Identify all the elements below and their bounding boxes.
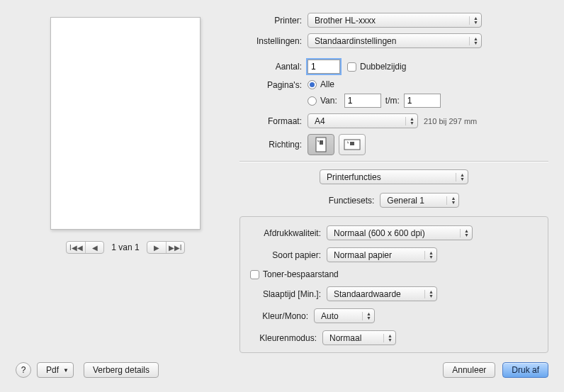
pages-label: Pagina's: xyxy=(239,79,308,90)
toner-save-checkbox[interactable] xyxy=(250,270,259,279)
pages-all-radio[interactable] xyxy=(308,80,317,89)
paper-size-select[interactable]: A4 ▲▼ xyxy=(308,113,418,128)
hide-details-label: Verberg details xyxy=(93,365,150,375)
preview-pane: I◀◀ ◀ 1 van 1 ▶ ▶▶I xyxy=(16,13,235,353)
updown-icon: ▲▼ xyxy=(405,117,414,125)
pages-to-input[interactable] xyxy=(404,94,441,108)
updown-icon: ▲▼ xyxy=(383,334,393,342)
bottom-bar: ? Pdf ▼ Verberg details Annuleer Druk af xyxy=(0,352,564,392)
toner-save-label: Toner-bespaarstand xyxy=(263,269,339,279)
hide-details-button[interactable]: Verberg details xyxy=(84,362,159,378)
updown-icon: ▲▼ xyxy=(469,16,478,25)
copies-label: Aantal: xyxy=(239,62,308,72)
pager-fwd-group: ▶ ▶▶I xyxy=(147,241,185,254)
media-type-select[interactable]: Normaal papier ▲▼ xyxy=(327,247,437,262)
feature-sets-value: General 1 xyxy=(387,196,424,206)
print-label: Druk af xyxy=(512,365,539,375)
color-mono-value: Auto xyxy=(321,311,339,321)
cancel-label: Annuleer xyxy=(452,365,486,375)
color-mode-label: Kleurenmodus: xyxy=(250,333,322,343)
color-mono-select[interactable]: Auto ▲▼ xyxy=(314,308,375,323)
print-dialog: I◀◀ ◀ 1 van 1 ▶ ▶▶I Printer: Brother HL-… xyxy=(0,0,564,392)
pager-label: 1 van 1 xyxy=(111,242,139,252)
print-quality-value: Normaal (600 x 600 dpi) xyxy=(334,228,425,238)
pager-prev-button[interactable]: ◀ xyxy=(85,242,103,253)
updown-icon: ▲▼ xyxy=(424,251,434,259)
presets-value: Standaardinstellingen xyxy=(315,36,396,46)
svg-rect-4 xyxy=(350,142,354,145)
pager-next-button[interactable]: ▶ xyxy=(147,242,166,253)
media-type-value: Normaal papier xyxy=(334,250,392,260)
updown-icon: ▲▼ xyxy=(456,173,465,181)
paper-size-label: Formaat: xyxy=(239,116,308,126)
printer-select[interactable]: Brother HL-xxxx ▲▼ xyxy=(308,13,482,28)
printer-value: Brother HL-xxxx xyxy=(315,16,376,26)
print-button[interactable]: Druk af xyxy=(502,362,548,378)
pager-last-button[interactable]: ▶▶I xyxy=(166,242,184,253)
feature-sets-select[interactable]: General 1 ▲▼ xyxy=(380,193,459,208)
orientation-landscape-button[interactable] xyxy=(339,134,366,155)
pages-all-label: Alle xyxy=(320,79,334,89)
cancel-button[interactable]: Annuleer xyxy=(443,362,495,378)
color-mode-select[interactable]: Normaal ▲▼ xyxy=(322,330,396,345)
chevron-down-icon: ▼ xyxy=(63,367,69,374)
pages-to-label: t/m: xyxy=(385,96,400,106)
help-button[interactable]: ? xyxy=(16,362,31,378)
pages-range-radio[interactable] xyxy=(308,96,317,106)
copies-input[interactable] xyxy=(308,60,340,74)
pdf-label: Pdf xyxy=(46,365,59,375)
pager-back-group: I◀◀ ◀ xyxy=(66,241,104,254)
updown-icon: ▲▼ xyxy=(424,290,434,298)
section-select[interactable]: Printerfuncties ▲▼ xyxy=(320,169,468,184)
duplex-checkbox[interactable] xyxy=(347,62,356,72)
sleep-time-select[interactable]: Standaardwaarde ▲▼ xyxy=(327,286,437,301)
divider xyxy=(239,161,548,162)
paper-size-value: A4 xyxy=(315,116,325,126)
pager-first-button[interactable]: I◀◀ xyxy=(67,242,85,253)
orientation-label: Richting: xyxy=(239,140,308,150)
presets-label: Instellingen: xyxy=(239,36,308,46)
svg-rect-1 xyxy=(320,140,323,145)
updown-icon: ▲▼ xyxy=(469,37,478,45)
print-quality-select[interactable]: Normaal (600 x 600 dpi) ▲▼ xyxy=(327,225,473,240)
printer-label: Printer: xyxy=(239,16,308,26)
color-mode-value: Normaal xyxy=(329,333,361,343)
updown-icon: ▲▼ xyxy=(362,312,371,320)
media-type-label: Soort papier: xyxy=(250,250,327,260)
sleep-time-value: Standaardwaarde xyxy=(334,289,401,299)
pages-from-label: Van: xyxy=(320,96,337,106)
updown-icon: ▲▼ xyxy=(446,196,456,205)
sleep-time-label: Slaaptijd [Min.]: xyxy=(250,289,327,299)
color-mono-label: Kleur/Mono: xyxy=(250,311,314,321)
preview-page xyxy=(50,17,201,230)
pages-from-input[interactable] xyxy=(344,94,381,108)
paper-dim-label: 210 bij 297 mm xyxy=(424,117,477,125)
presets-select[interactable]: Standaardinstellingen ▲▼ xyxy=(308,33,482,48)
updown-icon: ▲▼ xyxy=(460,229,469,237)
orientation-portrait-button[interactable] xyxy=(308,134,334,155)
feature-sets-label: Functiesets: xyxy=(329,196,375,206)
portrait-icon xyxy=(314,137,328,152)
landscape-icon xyxy=(344,138,361,152)
pdf-menu-button[interactable]: Pdf ▼ xyxy=(37,362,74,378)
print-quality-label: Afdrukkwaliteit: xyxy=(250,228,327,238)
section-value: Printerfuncties xyxy=(327,172,381,182)
duplex-label: Dubbelzijdig xyxy=(360,62,406,72)
preview-pager: I◀◀ ◀ 1 van 1 ▶ ▶▶I xyxy=(66,241,184,254)
help-icon: ? xyxy=(21,365,26,375)
form-pane: Printer: Brother HL-xxxx ▲▼ Instellingen… xyxy=(235,13,548,353)
feature-panel: Afdrukkwaliteit: Normaal (600 x 600 dpi)… xyxy=(239,216,548,353)
